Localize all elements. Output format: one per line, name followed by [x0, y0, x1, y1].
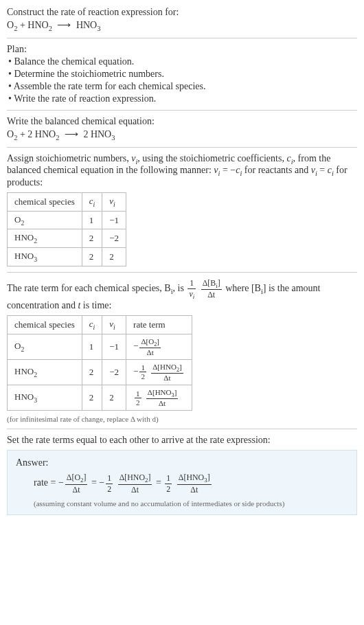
- divider: [7, 110, 357, 111]
- answer-box: Answer: rate = −Δ[O2]Δt = −12 Δ[HNO2]Δt …: [7, 450, 357, 514]
- plan-title: Plan:: [7, 44, 357, 55]
- col-rateterm: rate term: [126, 315, 192, 334]
- fraction: 1νi: [187, 278, 196, 300]
- final-intro: Set the rate terms equal to each other t…: [7, 435, 357, 446]
- reaction-arrow-icon: ⟶: [57, 19, 71, 31]
- unbalanced-equation: O2 + HNO2 ⟶ HNO3: [7, 19, 357, 32]
- plan-item: • Balance the chemical equation.: [8, 56, 357, 67]
- stoichiometry-table: chemical species ci νi O2 1 −1 HNO2 2 −2…: [7, 192, 126, 266]
- balanced-intro: Write the balanced chemical equation:: [7, 116, 357, 127]
- plan-item: • Determine the stoichiometric numbers.: [8, 69, 357, 80]
- c-i: ci: [286, 153, 293, 163]
- assign-section: Assign stoichiometric numbers, νi, using…: [7, 153, 357, 266]
- col-ci: ci: [82, 315, 102, 334]
- divider: [7, 429, 357, 429]
- col-species: chemical species: [8, 315, 82, 334]
- reaction-arrow-icon: ⟶: [65, 128, 78, 140]
- col-ci: ci: [82, 193, 102, 212]
- balanced-section: Write the balanced chemical equation: O2…: [7, 116, 357, 141]
- species-hno2: HNO2: [35, 129, 60, 139]
- fraction: Δ[Bi]Δt: [201, 278, 222, 300]
- col-nui: νi: [102, 193, 126, 212]
- species-o2: O2: [7, 20, 17, 30]
- col-species: chemical species: [8, 193, 82, 212]
- problem-header: Construct the rate of reaction expressio…: [7, 7, 357, 32]
- plan-item: • Assemble the rate term for each chemic…: [8, 81, 357, 92]
- rateterm-table: chemical species ci νi rate term O2 1 −1…: [7, 315, 192, 411]
- rate-expression: rate = −Δ[O2]Δt = −12 Δ[HNO2]Δt = 12 Δ[H…: [34, 473, 348, 495]
- plan-section: Plan: • Balance the chemical equation. •…: [7, 44, 357, 104]
- nu-i: νi: [131, 153, 137, 163]
- divider: [7, 147, 357, 148]
- species-o2: O2: [7, 129, 17, 139]
- table-row: O2 1 −1 −Δ[O2]Δt: [8, 334, 192, 359]
- table-row: HNO2 2 −2 −12 Δ[HNO2]Δt: [8, 359, 192, 385]
- answer-label: Answer:: [16, 457, 348, 468]
- balanced-equation: O2 + 2 HNO2 ⟶ 2 HNO3: [7, 128, 357, 141]
- table-row: HNO3 2 2 12 Δ[HNO3]Δt: [8, 385, 192, 410]
- table-header-row: chemical species ci νi rate term: [8, 315, 192, 334]
- table-row: O2 1 −1: [8, 211, 126, 229]
- final-section: Set the rate terms equal to each other t…: [7, 435, 357, 514]
- prompt-text: Construct the rate of reaction expressio…: [7, 7, 357, 18]
- assumption-note: (assuming constant volume and no accumul…: [34, 499, 348, 508]
- table-row: HNO2 2 −2: [8, 229, 126, 248]
- plan-item: • Write the rate of reaction expression.: [8, 93, 357, 104]
- table-header-row: chemical species ci νi: [8, 193, 126, 212]
- divider: [7, 272, 357, 273]
- col-nui: νi: [102, 315, 126, 334]
- species-hno2: HNO2: [27, 20, 52, 30]
- rateterm-section: The rate term for each chemical species,…: [7, 278, 357, 424]
- divider: [7, 38, 357, 38]
- table-row: HNO3 2 2: [8, 247, 126, 266]
- species-hno3: HNO3: [76, 20, 101, 30]
- species-hno3: HNO3: [91, 129, 115, 139]
- infinitesimal-note: (for infinitesimal rate of change, repla…: [7, 415, 357, 423]
